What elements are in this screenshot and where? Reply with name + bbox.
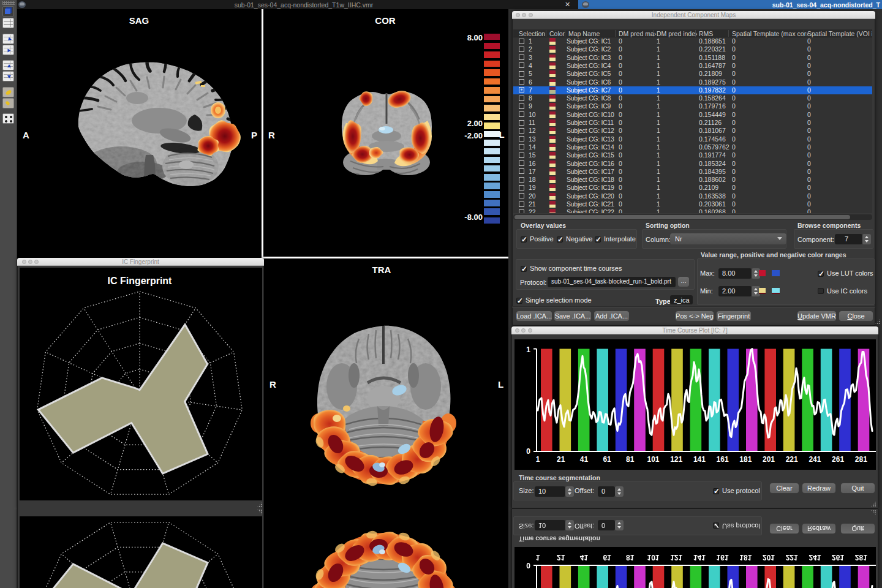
svg-text:SAG: SAG — [129, 15, 149, 26]
svg-text:COR: COR — [375, 15, 396, 26]
svg-text:81: 81 — [626, 553, 635, 562]
svg-text:A: A — [23, 130, 29, 140]
svg-text:P: P — [251, 130, 257, 140]
svg-text:241: 241 — [809, 455, 821, 464]
svg-text:1: 1 — [536, 455, 540, 464]
svg-text:101: 101 — [647, 455, 659, 464]
svg-text:R: R — [268, 130, 275, 140]
svg-text:261: 261 — [832, 455, 844, 464]
svg-text:201: 201 — [763, 455, 775, 464]
svg-text:281: 281 — [855, 553, 867, 562]
svg-text:221: 221 — [786, 455, 798, 464]
svg-text:221: 221 — [786, 553, 798, 562]
svg-text:161: 161 — [717, 455, 729, 464]
svg-text:41: 41 — [580, 553, 589, 562]
svg-text:261: 261 — [832, 553, 844, 562]
svg-text:141: 141 — [693, 455, 706, 464]
svg-text:21: 21 — [557, 553, 565, 562]
svg-text:0: 0 — [526, 561, 530, 570]
svg-text:1: 1 — [526, 345, 530, 354]
svg-text:181: 181 — [739, 455, 752, 464]
svg-text:161: 161 — [717, 553, 729, 562]
svg-text:201: 201 — [763, 553, 775, 562]
svg-text:61: 61 — [603, 455, 611, 464]
svg-text:281: 281 — [855, 455, 867, 464]
svg-text:101: 101 — [647, 553, 659, 562]
svg-text:141: 141 — [693, 553, 706, 562]
svg-text:121: 121 — [670, 455, 682, 464]
svg-text:41: 41 — [580, 455, 589, 464]
svg-text:241: 241 — [809, 553, 821, 562]
svg-text:L: L — [498, 379, 503, 390]
svg-text:61: 61 — [603, 553, 611, 562]
svg-text:TRA: TRA — [372, 265, 391, 275]
svg-text:81: 81 — [626, 455, 635, 464]
svg-text:0: 0 — [526, 447, 530, 456]
svg-text:IC Fingerprint: IC Fingerprint — [108, 276, 173, 286]
svg-text:121: 121 — [670, 553, 682, 562]
svg-text:21: 21 — [557, 455, 565, 464]
svg-text:R: R — [270, 379, 276, 390]
svg-text:1: 1 — [536, 553, 540, 562]
svg-text:181: 181 — [739, 553, 752, 562]
